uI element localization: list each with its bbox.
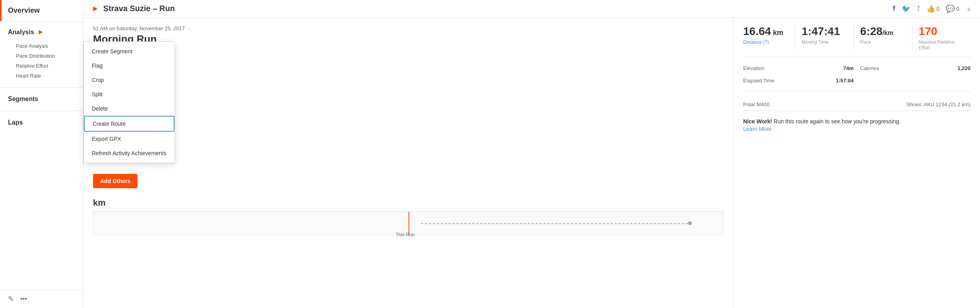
chart-this-run-label: This Run [396, 232, 415, 238]
edit-icon[interactable]: ✎ [8, 294, 14, 303]
sidebar-item-relative-effort[interactable]: Relative Effort [8, 61, 75, 71]
activity-name: Morning Run [93, 33, 724, 45]
stat-relative-effort: 170 Massive Relative Effort [919, 25, 970, 51]
sidebar-analysis-label: Analysis [8, 29, 34, 36]
pace-label: Pace [860, 39, 906, 45]
sidebar-analysis-section: Analysis ► Pace Analysis Pace Distributi… [0, 21, 83, 84]
dropdown-menu: Create Segment Flag Crop Split Delete Cr… [83, 41, 175, 163]
stats-row: 16.64 km Distance (?) 1:47:41 Moving Tim… [743, 25, 970, 57]
sidebar-divider-2 [0, 111, 83, 111]
twitter-share-button[interactable]: 🐦 [902, 4, 910, 13]
right-panel: 16.64 km Distance (?) 1:47:41 Moving Tim… [734, 18, 980, 308]
sidebar-bottom-actions: ✎ ••• [0, 289, 83, 308]
details-grid: Elevation 74m Calories 1,220 Elapsed Tim… [743, 64, 970, 92]
dropdown-item-delete[interactable]: Delete [84, 101, 174, 116]
elapsed-time-value: 1:57:04 [836, 78, 854, 84]
calories-label: Calories [860, 65, 879, 71]
elevation-value: 74m [843, 65, 854, 71]
stat-distance: 16.64 km Distance (?) [743, 25, 795, 51]
header-chevron-icon[interactable]: ▲ [966, 5, 972, 12]
share-button[interactable]: ⤴ [917, 5, 920, 12]
dropdown-item-create-segment[interactable]: Create Segment [84, 44, 174, 58]
calories-value: 1,220 [957, 65, 970, 71]
device-label: Polar M400 [743, 101, 769, 107]
chart-distance-label: km [93, 198, 724, 208]
elevation-row: Elevation 74m [743, 64, 854, 73]
sidebar-item-pace-distribution[interactable]: Pace Distribution [8, 51, 75, 61]
thumb-up-icon: 👍 [926, 4, 935, 13]
dropdown-item-flag[interactable]: Flag [84, 58, 174, 73]
shoes-label: Shoes: AKU 1234 (21.2 km) [906, 101, 970, 107]
dropdown-item-split[interactable]: Split [84, 87, 174, 101]
strava-logo-icon: ► [91, 4, 99, 13]
header-bar: ► Strava Suzie – Run f 🐦 ⤴ 👍 0 💬 0 ▲ [83, 0, 980, 18]
elevation-label: Elevation [743, 65, 764, 71]
stat-moving-time: 1:47:41 Moving Time [802, 25, 854, 51]
dropdown-menu-overlay: Create Segment Flag Crop Split Delete Cr… [83, 41, 175, 163]
sidebar-analysis-header[interactable]: Analysis ► [8, 28, 75, 36]
stat-pace: 6:28/km Pace [860, 25, 912, 51]
like-button[interactable]: 👍 0 [926, 4, 940, 13]
calories-row: Calories 1,220 [860, 64, 970, 73]
dropdown-item-refresh-achievements[interactable]: Refresh Activity Achievements [84, 146, 174, 160]
comment-icon: 💬 [946, 4, 955, 13]
distance-link[interactable]: Distance (?) [743, 39, 769, 45]
left-panel: 51 AM on Saturday, November 25, 2017 Mor… [83, 18, 734, 308]
main-content: ► Strava Suzie – Run f 🐦 ⤴ 👍 0 💬 0 ▲ [83, 0, 980, 308]
sidebar-item-heart-rate[interactable]: Heart Rate [8, 71, 75, 81]
nice-work-box: Nice Work! Run this route again to see h… [743, 117, 970, 132]
pace-value: 6:28/km [860, 25, 906, 38]
sidebar-item-laps[interactable]: Laps [0, 114, 83, 131]
sidebar: Overview Analysis ► Pace Analysis Pace D… [0, 0, 83, 308]
sidebar-divider-1 [0, 87, 83, 88]
chart-dashed-line [421, 223, 692, 224]
dropdown-item-export-gpx[interactable]: Export GPX [84, 132, 174, 146]
dropdown-item-create-route[interactable]: Create Route [84, 116, 174, 132]
nice-work-bold: Nice Work! [743, 118, 772, 125]
distance-value: 16.64 km [743, 25, 788, 38]
like-count: 0 [937, 6, 940, 12]
distance-label: Distance (?) [743, 39, 788, 45]
chart-visualization [93, 211, 724, 235]
header-actions: f 🐦 ⤴ 👍 0 💬 0 ▲ [893, 4, 972, 13]
facebook-share-button[interactable]: f [893, 4, 895, 13]
sidebar-item-segments[interactable]: Segments [0, 91, 83, 107]
nice-work-text: Nice Work! Run this route again to see h… [743, 117, 970, 126]
comment-button[interactable]: 💬 0 [946, 4, 959, 13]
moving-time-label: Moving Time [802, 39, 847, 45]
analysis-chevron-icon: ► [37, 28, 45, 36]
relative-effort-value: 170 [919, 25, 964, 38]
header-title-area: ► Strava Suzie – Run [91, 4, 175, 13]
comment-count: 0 [956, 6, 959, 12]
add-others-button[interactable]: Add Others [93, 174, 138, 188]
chart-end-dot [688, 221, 692, 225]
device-row: Polar M400 Shoes: AKU 1234 (21.2 km) [743, 98, 970, 111]
dropdown-item-crop[interactable]: Crop [84, 73, 174, 87]
sidebar-item-pace-analysis[interactable]: Pace Analysis [8, 41, 75, 51]
page-title: Strava Suzie – Run [103, 4, 175, 13]
relative-effort-label: Massive Relative Effort [919, 39, 964, 51]
learn-more-link[interactable]: Learn More [743, 126, 772, 132]
elapsed-time-label: Elapsed Time [743, 78, 775, 84]
elapsed-time-row: Elapsed Time 1:57:04 [743, 76, 854, 85]
chart-current-position-line [409, 212, 409, 235]
sidebar-item-overview[interactable]: Overview [0, 0, 83, 21]
moving-time-value: 1:47:41 [802, 25, 847, 38]
more-icon[interactable]: ••• [20, 295, 27, 302]
sidebar-overview-label: Overview [8, 6, 40, 15]
activity-body: 51 AM on Saturday, November 25, 2017 Mor… [83, 18, 980, 308]
chart-area: km This Run [93, 198, 724, 230]
activity-date: 51 AM on Saturday, November 25, 2017 [93, 25, 724, 31]
